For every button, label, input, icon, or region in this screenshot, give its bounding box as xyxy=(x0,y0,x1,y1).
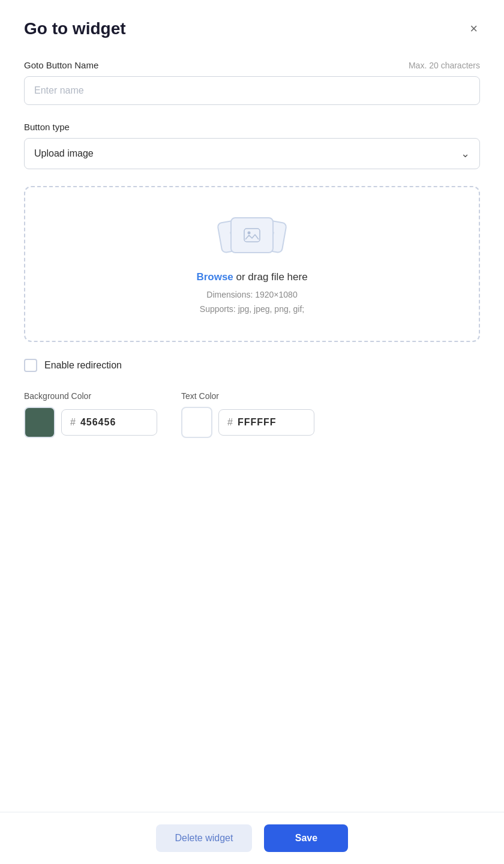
background-color-label: Background Color xyxy=(24,391,157,401)
delete-widget-button[interactable]: Delete widget xyxy=(156,824,253,852)
text-color-group: Text Color # xyxy=(181,391,314,438)
upload-dimensions: Dimensions: 1920×1080 xyxy=(200,288,304,302)
text-color-label: Text Color xyxy=(181,391,314,401)
footer-bar: Delete widget Save xyxy=(0,812,504,864)
svg-rect-2 xyxy=(244,229,260,242)
hash-icon-bg: # xyxy=(70,417,76,428)
hash-icon-text: # xyxy=(227,417,233,428)
button-type-value: Upload image xyxy=(34,148,94,159)
background-color-swatch[interactable] xyxy=(24,407,55,438)
text-color-input[interactable] xyxy=(238,417,292,428)
upload-prompt[interactable]: Browse or drag file here xyxy=(196,271,307,283)
background-color-field[interactable]: # xyxy=(61,409,157,436)
enable-redirection-label: Enable redirection xyxy=(44,360,122,371)
background-color-input[interactable] xyxy=(80,417,134,428)
upload-dropzone[interactable]: Browse or drag file here Dimensions: 192… xyxy=(24,186,480,342)
drag-text: or drag file here xyxy=(233,271,308,283)
button-type-label: Button type xyxy=(24,122,480,132)
button-type-select[interactable]: Upload image ⌄ xyxy=(24,138,480,169)
button-name-input[interactable] xyxy=(24,76,480,105)
save-button[interactable]: Save xyxy=(264,824,348,852)
button-name-label: Goto Button Name xyxy=(24,60,98,70)
upload-icon-group xyxy=(219,211,285,259)
text-color-field[interactable]: # xyxy=(218,409,314,436)
background-color-group: Background Color # xyxy=(24,391,157,438)
close-button[interactable]: × xyxy=(467,20,480,38)
chevron-down-icon: ⌄ xyxy=(461,147,470,160)
modal-title: Go to widget xyxy=(24,19,126,38)
upload-supports: Supports: jpg, jpeg, png, gif; xyxy=(200,302,304,317)
text-color-swatch[interactable] xyxy=(181,407,212,438)
browse-link[interactable]: Browse xyxy=(196,271,233,283)
button-name-hint: Max. 20 characters xyxy=(409,61,480,70)
image-card-main xyxy=(230,217,274,253)
enable-redirection-checkbox[interactable] xyxy=(24,359,37,372)
svg-point-3 xyxy=(248,232,251,235)
